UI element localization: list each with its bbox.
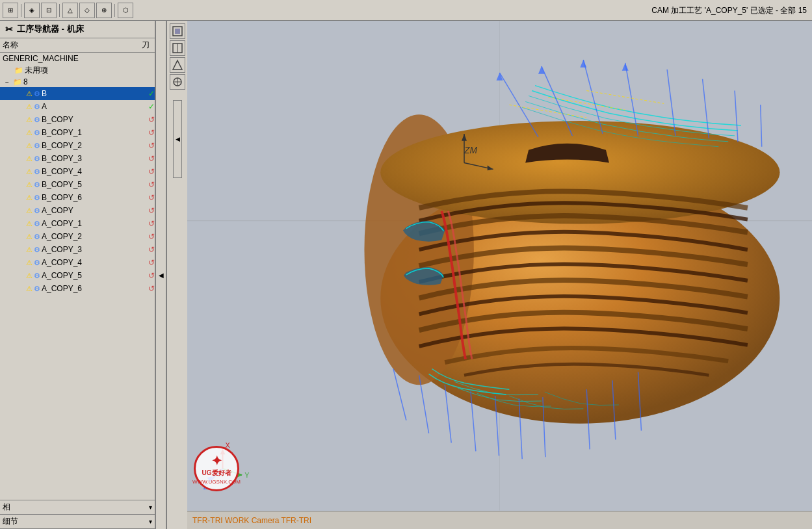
warn-icon: ⚠ <box>26 168 33 176</box>
nav-collapse-button[interactable]: ◀ <box>156 21 166 529</box>
warn-icon: ⚠ <box>26 207 33 215</box>
item-label-B: B <box>42 89 147 98</box>
tree-item-A_COPY_1[interactable]: ⚠ ⚙ A_COPY_1 ↺ <box>0 217 155 230</box>
tree-machine: GENERIC_MACHINE <box>0 53 155 64</box>
op-icon: ⚙ <box>34 155 40 163</box>
logo-url: WWW.UGSNX.COM <box>192 479 241 485</box>
warn-icon: ⚠ <box>26 90 33 98</box>
collapse-arrow: ◀ <box>159 272 164 279</box>
svg-point-13 <box>380 121 779 224</box>
tree-item-A_COPY_5[interactable]: ⚠ ⚙ A_COPY_5 ↺ <box>0 269 155 282</box>
replay-icon: ↺ <box>148 284 155 293</box>
tree-item-A[interactable]: ⚠ ⚙ A ✓ <box>0 100 155 113</box>
svg-rect-1 <box>175 29 180 34</box>
warn-icon: ⚠ <box>26 259 33 267</box>
warn-icon: ⚠ <box>26 142 33 150</box>
replay-icon: ↺ <box>148 271 155 280</box>
tree-item-A_COPY_4[interactable]: ⚠ ⚙ A_COPY_4 ↺ <box>0 256 155 269</box>
related-arrow: ▾ <box>149 504 152 511</box>
rt-collapse-btn[interactable]: ◀ <box>173 100 182 178</box>
tree-item-B_COPY_6[interactable]: ⚠ ⚙ B_COPY_6 ↺ <box>0 191 155 204</box>
logo-circle: ✦ UG爱好者 WWW.UGSNX.COM <box>194 446 239 491</box>
check-icon: ✓ <box>148 89 155 98</box>
op-icon: ⚙ <box>34 168 40 176</box>
warn-icon: ⚠ <box>26 272 33 280</box>
op-icon: ⚙ <box>34 90 40 98</box>
tree-group-8[interactable]: − 📁 8 <box>0 77 155 87</box>
warn-icon: ⚠ <box>26 181 33 189</box>
tree-item-A_COPY[interactable]: ⚠ ⚙ A_COPY ↺ <box>0 204 155 217</box>
item-label-A_COPY_5: A_COPY_5 <box>42 271 147 280</box>
item-label-A_COPY_6: A_COPY_6 <box>42 284 147 293</box>
unused-label: 未用项 <box>25 65 152 76</box>
related-label: 相 <box>3 502 10 513</box>
rt-btn-1[interactable] <box>170 23 185 39</box>
op-icon: ⚙ <box>34 272 40 280</box>
detail-panel[interactable]: 细节 ▾ <box>0 515 155 529</box>
warn-icon: ⚠ <box>26 194 33 202</box>
panel-title-text: 工序导航器 - 机床 <box>17 23 84 35</box>
item-label-B_COPY_3: B_COPY_3 <box>42 154 147 163</box>
tree-item-B_COPY_5[interactable]: ⚠ ⚙ B_COPY_5 ↺ <box>0 178 155 191</box>
replay-icon: ↺ <box>148 115 155 124</box>
item-label-B_COPY_1: B_COPY_1 <box>42 128 147 137</box>
status-bar-top: CAM 加工工艺 'A_COPY_5' 已选定 - 全部 15 <box>651 0 807 21</box>
logo-icon: ✦ <box>211 453 222 469</box>
tb-btn-3[interactable]: ⊡ <box>41 3 57 18</box>
tree-item-B_COPY_4[interactable]: ⚠ ⚙ B_COPY_4 ↺ <box>0 165 155 178</box>
op-icon: ⚙ <box>34 116 40 124</box>
tb-btn-4[interactable]: △ <box>62 3 78 18</box>
logo-text-ug: UG爱好者 <box>202 469 231 478</box>
part-3d-view: ZM <box>187 21 812 511</box>
main-layout: ✂ 工序导航器 - 机床 名称 刀 GENERIC_MACHINE 📁 未用项 … <box>0 21 812 529</box>
viewport[interactable]: ZM <box>187 21 812 529</box>
tree-item-A_COPY_3[interactable]: ⚠ ⚙ A_COPY_3 ↺ <box>0 243 155 256</box>
warn-icon: ⚠ <box>26 129 33 137</box>
right-toolbar: ◀ <box>166 21 187 529</box>
replay-icon: ↺ <box>148 206 155 215</box>
replay-icon: ↺ <box>148 167 155 176</box>
tb-btn-5[interactable]: ◇ <box>79 3 95 18</box>
group8-label: 8 <box>23 77 152 86</box>
warn-icon: ⚠ <box>26 246 33 254</box>
tb-btn-1[interactable]: ⊞ <box>3 3 18 18</box>
check-icon: ✓ <box>148 102 155 111</box>
tb-btn-7[interactable]: ⬡ <box>118 3 133 18</box>
item-label-B_COPY_6: B_COPY_6 <box>42 193 147 202</box>
warn-icon: ⚠ <box>26 233 33 241</box>
item-label-B_COPY_4: B_COPY_4 <box>42 167 147 176</box>
tree-item-B_COPY[interactable]: ⚠ ⚙ B_COPY ↺ <box>0 113 155 126</box>
tb-btn-6[interactable]: ⊕ <box>96 3 112 18</box>
status-text: CAM 加工工艺 'A_COPY_5' 已选定 - 全部 15 <box>651 5 807 16</box>
tree-list[interactable]: GENERIC_MACHINE 📁 未用项 − 📁 8 ⚠ ⚙ B ✓ <box>0 53 155 500</box>
rt-btn-4[interactable] <box>170 74 185 90</box>
item-label-A_COPY_2: A_COPY_2 <box>42 232 147 241</box>
op-icon: ⚙ <box>34 142 40 150</box>
scissors-icon: ✂ <box>5 24 13 34</box>
tree-item-B_COPY_3[interactable]: ⚠ ⚙ B_COPY_3 ↺ <box>0 152 155 165</box>
item-label-A_COPY_1: A_COPY_1 <box>42 219 147 228</box>
viewport-status-text: TFR-TRI WORK Camera TFR-TRI <box>192 516 311 525</box>
tb-sep-1 <box>21 4 21 17</box>
warn-icon: ⚠ <box>26 285 33 293</box>
folder-icon-8: 📁 <box>13 78 22 86</box>
item-label-A_COPY_3: A_COPY_3 <box>42 245 147 254</box>
op-icon: ⚙ <box>34 285 40 293</box>
tree-item-A_COPY_2[interactable]: ⚠ ⚙ A_COPY_2 ↺ <box>0 230 155 243</box>
rt-btn-3[interactable] <box>170 57 185 73</box>
tree-item-B_COPY_1[interactable]: ⚠ ⚙ B_COPY_1 ↺ <box>0 126 155 139</box>
related-panel[interactable]: 相 ▾ <box>0 500 155 515</box>
replay-icon: ↺ <box>148 141 155 150</box>
tree-group-unused[interactable]: 📁 未用项 <box>0 64 155 77</box>
tree-item-B[interactable]: ⚠ ⚙ B ✓ <box>0 87 155 100</box>
detail-arrow: ▾ <box>149 518 152 525</box>
tb-sep-3 <box>114 4 115 17</box>
tb-btn-2[interactable]: ◈ <box>24 3 40 18</box>
item-label-B_COPY: B_COPY <box>42 115 147 124</box>
rt-btn-2[interactable] <box>170 40 185 56</box>
tree-item-B_COPY_2[interactable]: ⚠ ⚙ B_COPY_2 ↺ <box>0 139 155 152</box>
col-name-header: 名称 <box>3 40 139 51</box>
status-bar-bottom: TFR-TRI WORK Camera TFR-TRI <box>187 511 812 529</box>
tree-item-A_COPY_6[interactable]: ⚠ ⚙ A_COPY_6 ↺ <box>0 282 155 295</box>
op-icon: ⚙ <box>34 233 40 241</box>
